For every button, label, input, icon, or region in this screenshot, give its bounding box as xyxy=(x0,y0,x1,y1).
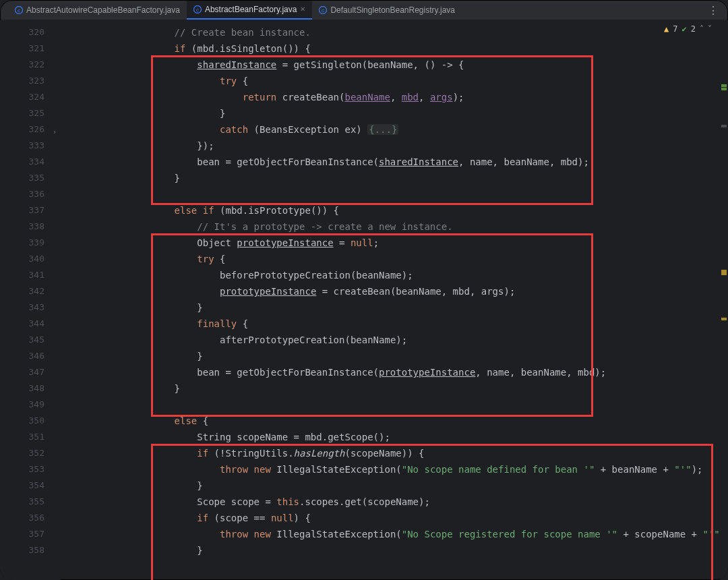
warning-count: 7 xyxy=(673,24,677,34)
code-line: } xyxy=(61,477,728,494)
ok-icon: ✔ xyxy=(682,24,687,34)
stripe-marker[interactable] xyxy=(721,125,727,127)
tab-file-2[interactable]: c DefaultSingletonBeanRegistry.java xyxy=(312,0,462,20)
code-line: } xyxy=(61,380,728,397)
gutter-line[interactable]: 323 xyxy=(0,73,61,89)
code-line: else { xyxy=(61,413,728,429)
close-icon[interactable]: ✕ xyxy=(300,5,305,13)
editor: 320321322323324325326›333334335336337338… xyxy=(0,20,728,580)
gutter-line[interactable]: 357 xyxy=(0,526,61,542)
line-gutter: 320321322323324325326›333334335336337338… xyxy=(0,20,61,580)
code-line: sharedInstance = getSingleton(beanName, … xyxy=(61,57,728,73)
code-line: afterPrototypeCreation(beanName); xyxy=(61,332,728,348)
svg-text:c: c xyxy=(18,7,20,13)
code-line: try { xyxy=(61,73,728,89)
gutter-line[interactable]: 335 xyxy=(0,170,61,186)
gutter-line[interactable]: 333 xyxy=(0,138,61,154)
warning-icon: ▲ xyxy=(664,24,669,34)
code-line: String scopeName = mbd.getScope(); xyxy=(61,429,728,445)
gutter-line[interactable]: 358 xyxy=(0,542,61,558)
code-line: } xyxy=(61,542,728,558)
gutter-line[interactable]: 340 xyxy=(0,251,61,267)
folded-region[interactable]: {...} xyxy=(367,124,398,135)
code-line: } xyxy=(61,299,728,316)
tab-label: DefaultSingletonBeanRegistry.java xyxy=(330,5,455,15)
code-line: Object prototypeInstance = null; xyxy=(61,235,728,251)
gutter-line[interactable]: 341 xyxy=(0,267,61,283)
gutter-line[interactable]: 354 xyxy=(0,477,61,494)
gutter-line[interactable]: 344 xyxy=(0,316,61,332)
code-line: } xyxy=(61,170,728,186)
svg-text:c: c xyxy=(322,7,324,13)
code-line: } xyxy=(61,105,728,121)
stripe-marker[interactable] xyxy=(721,272,727,275)
code-line: try { xyxy=(61,251,728,267)
gutter-line[interactable]: 350 xyxy=(0,413,61,429)
code-line: throw new IllegalStateException("No Scop… xyxy=(61,526,728,542)
code-line: finally { xyxy=(61,316,728,332)
gutter-line[interactable]: 343 xyxy=(0,299,61,316)
tab-file-0[interactable]: c AbstractAutowireCapableBeanFactory.jav… xyxy=(8,0,187,20)
java-class-icon: c xyxy=(15,6,23,14)
code-line: } xyxy=(61,348,728,364)
code-line: // Create bean instance. xyxy=(61,24,728,40)
code-line: else if (mbd.isPrototype()) { xyxy=(61,202,728,219)
tab-label: AbstractBeanFactory.java xyxy=(205,5,297,14)
code-line: prototypeInstance = createBean(beanName,… xyxy=(61,283,728,299)
code-line: beforePrototypeCreation(beanName); xyxy=(61,267,728,283)
chevron-down-icon[interactable]: ˅ xyxy=(708,24,712,34)
gutter-line[interactable]: 351 xyxy=(0,429,61,445)
stripe-marker[interactable] xyxy=(721,84,727,87)
gutter-line[interactable]: 345 xyxy=(0,332,61,348)
code-line: throw new IllegalStateException("No scop… xyxy=(61,461,728,477)
code-line: if (!StringUtils.hasLength(scopeName)) { xyxy=(61,445,728,461)
code-line xyxy=(61,186,728,202)
chevron-up-icon[interactable]: ˄ xyxy=(700,24,704,34)
java-class-icon: c xyxy=(193,5,202,13)
gutter-line[interactable]: 324 xyxy=(0,89,61,105)
gutter-line[interactable]: 325 xyxy=(0,105,61,121)
code-line xyxy=(61,397,728,413)
kebab-menu-icon[interactable]: ⋮ xyxy=(708,4,719,17)
gutter-line[interactable]: 347 xyxy=(0,364,61,380)
code-line: bean = getObjectForBeanInstance(sharedIn… xyxy=(61,154,728,170)
gutter-line[interactable]: 337 xyxy=(0,202,61,219)
code-line: if (mbd.isSingleton()) { xyxy=(61,40,728,57)
gutter-line[interactable]: 322 xyxy=(0,57,61,73)
gutter-line[interactable]: 352 xyxy=(0,445,61,461)
gutter-line[interactable]: 356 xyxy=(0,510,61,526)
gutter-line[interactable]: 320 xyxy=(0,24,61,40)
code-line: if (scope == null) { xyxy=(61,510,728,526)
gutter-line[interactable]: 348 xyxy=(0,380,61,397)
gutter-line[interactable]: 353 xyxy=(0,461,61,477)
gutter-line[interactable]: 349 xyxy=(0,397,61,413)
editor-tabs: c AbstractAutowireCapableBeanFactory.jav… xyxy=(0,0,728,20)
tab-label: AbstractAutowireCapableBeanFactory.java xyxy=(26,5,180,15)
code-line: return createBean(beanName, mbd, args); xyxy=(61,89,728,105)
gutter-line[interactable]: 321 xyxy=(0,40,61,57)
gutter-line[interactable]: 346 xyxy=(0,348,61,364)
code-area[interactable]: ▲7 ✔2 ˄ ˅ // Create bean instance. if (m… xyxy=(61,20,728,580)
code-line: bean = getObjectForBeanInstance(prototyp… xyxy=(61,364,728,380)
code-line: Scope scope = this.scopes.get(scopeName)… xyxy=(61,494,728,510)
tab-file-1[interactable]: c AbstractBeanFactory.java ✕ xyxy=(187,0,313,20)
gutter-line[interactable]: 326› xyxy=(0,121,61,138)
svg-text:c: c xyxy=(196,7,199,13)
code-line: }); xyxy=(61,138,728,154)
gutter-line[interactable]: 339 xyxy=(0,235,61,251)
stripe-marker[interactable] xyxy=(721,88,727,90)
code-line: catch (BeansException ex) {...} xyxy=(61,121,728,138)
inspection-summary[interactable]: ▲7 ✔2 ˄ ˅ xyxy=(664,24,712,34)
java-class-icon: c xyxy=(319,6,327,14)
gutter-line[interactable]: 338 xyxy=(0,219,61,235)
gutter-line[interactable]: 342 xyxy=(0,283,61,299)
error-stripe[interactable] xyxy=(720,20,728,580)
stripe-marker[interactable] xyxy=(721,318,727,320)
gutter-line[interactable]: 355 xyxy=(0,494,61,510)
ok-count: 2 xyxy=(691,24,696,34)
gutter-line[interactable]: 334 xyxy=(0,154,61,170)
code-line: // It's a prototype -> create a new inst… xyxy=(61,219,728,235)
gutter-line[interactable]: 336 xyxy=(0,186,61,202)
